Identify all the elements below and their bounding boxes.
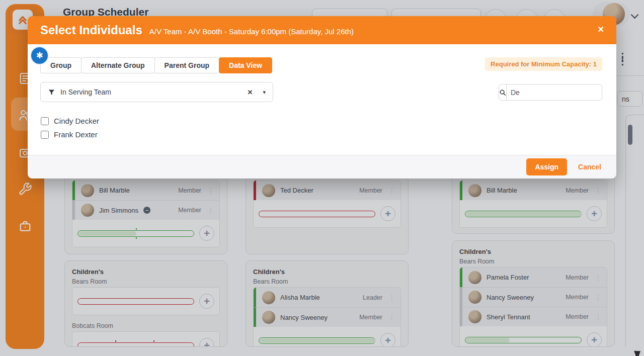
tab-parent-group[interactable]: Parent Group <box>154 57 219 73</box>
person-checkbox-label: Cindy Decker <box>54 117 99 125</box>
clear-filter-icon[interactable]: ✕ <box>248 88 253 96</box>
modal-header: Select Individuals A/V Team - A/V Booth … <box>28 16 616 44</box>
tab-bar: Group Alternate Group Parent Group Data … <box>40 57 272 73</box>
filter-icon <box>48 88 55 96</box>
search-addon <box>499 84 507 100</box>
data-view-select[interactable]: In Serving Team ✕ ▾ <box>40 82 273 102</box>
tab-data-view[interactable]: Data View <box>219 57 272 73</box>
result-item[interactable]: Frank Dexter <box>41 128 602 141</box>
search-box: ✕ <box>499 84 602 101</box>
capacity-badge: Required for Minimum Capacity: 1 <box>485 57 602 71</box>
caret-down-icon[interactable]: ▾ <box>263 89 266 96</box>
close-icon[interactable]: ✕ <box>598 25 604 34</box>
search-input[interactable] <box>507 88 602 97</box>
data-view-value: In Serving Team <box>60 88 243 96</box>
select-individuals-modal: ✱ Select Individuals A/V Team - A/V Boot… <box>28 16 616 179</box>
assign-button[interactable]: Assign <box>526 158 567 175</box>
result-item[interactable]: Cindy Decker <box>41 114 602 128</box>
modal-title: Select Individuals <box>40 16 142 44</box>
cancel-button[interactable]: Cancel <box>578 163 601 171</box>
modal-body: Group Alternate Group Parent Group Data … <box>28 44 616 155</box>
results-list: Cindy Decker Frank Dexter <box>41 114 602 141</box>
accessibility-widget-icon[interactable]: ✱ <box>30 46 49 65</box>
modal-subtitle: A/V Team - A/V Booth - Saturday 6:00pm (… <box>149 27 354 36</box>
person-checkbox[interactable] <box>41 131 49 139</box>
search-icon <box>499 89 506 96</box>
person-checkbox[interactable] <box>41 117 49 125</box>
person-checkbox-label: Frank Dexter <box>54 130 98 139</box>
modal-footer: Assign Cancel <box>28 155 616 179</box>
tab-alternate-group[interactable]: Alternate Group <box>81 57 155 73</box>
